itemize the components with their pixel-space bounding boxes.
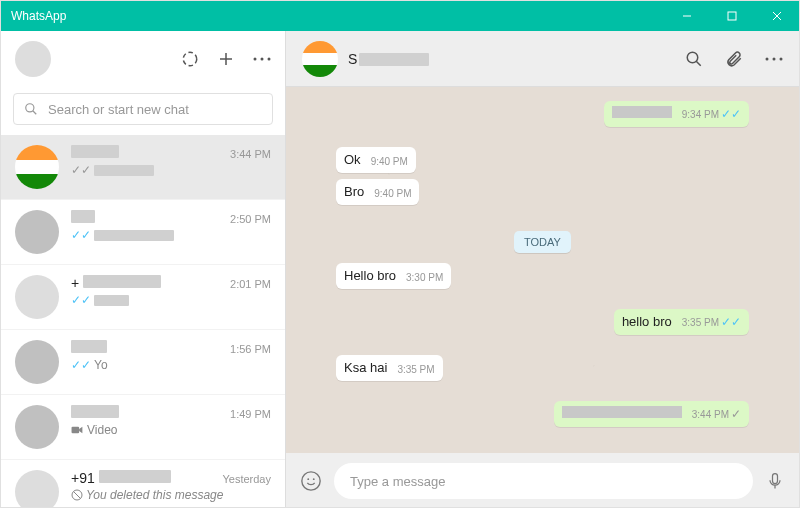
svg-point-10 <box>26 104 34 112</box>
message-text <box>612 106 672 121</box>
message-text <box>562 406 682 421</box>
outgoing-message[interactable]: 3:44 PM✓ <box>554 401 749 427</box>
svg-point-22 <box>313 478 315 480</box>
svg-point-19 <box>780 57 783 60</box>
search-placeholder: Search or start new chat <box>48 102 189 117</box>
chat-avatar <box>15 210 59 254</box>
composer: Type a message <box>286 453 799 508</box>
message-time: 3:35 PM <box>397 364 434 375</box>
svg-point-8 <box>261 58 264 61</box>
svg-rect-1 <box>728 12 736 20</box>
svg-line-14 <box>74 492 81 499</box>
emoji-icon[interactable] <box>300 470 322 492</box>
read-tick-icon: ✓✓ <box>71 163 91 177</box>
status-icon[interactable] <box>181 50 199 68</box>
contact-avatar[interactable] <box>302 41 338 77</box>
menu-icon[interactable] <box>253 57 271 61</box>
chat-preview: ✓✓ <box>71 163 271 177</box>
chat-preview: Video <box>71 423 271 437</box>
incoming-message[interactable]: Ksa hai3:35 PM <box>336 355 443 381</box>
message-text: Ksa hai <box>344 360 387 375</box>
svg-rect-12 <box>72 427 80 434</box>
chat-preview: ✓✓ <box>71 293 271 307</box>
message-time: 3:30 PM <box>406 272 443 283</box>
chat-time: 3:44 PM <box>230 148 271 160</box>
chat-time: 1:49 PM <box>230 408 271 420</box>
outgoing-message[interactable]: 9:34 PM✓✓ <box>604 101 749 127</box>
message-tick-icon: ✓ <box>731 407 741 421</box>
chat-preview: You deleted this message <box>71 488 271 502</box>
svg-line-16 <box>696 61 701 66</box>
incoming-message[interactable]: Bro9:40 PM <box>336 179 419 205</box>
svg-point-18 <box>773 57 776 60</box>
message-time: 3:35 PM✓✓ <box>682 315 741 329</box>
svg-point-4 <box>183 52 197 66</box>
message-time: 9:40 PM <box>371 156 408 167</box>
message-text: Hello bro <box>344 268 396 283</box>
message-list: 1/31/2019Hello9:33 PMBro9:33 PM9:34 PM✓✓… <box>286 87 799 453</box>
close-button[interactable] <box>754 1 799 31</box>
chat-item[interactable]: 1:56 PM✓✓Yo <box>1 330 285 395</box>
chat-name <box>71 405 119 421</box>
search-icon <box>24 102 38 116</box>
svg-point-9 <box>268 58 271 61</box>
message-input[interactable]: Type a message <box>334 463 753 499</box>
chat-name: +91 <box>71 470 171 486</box>
message-text: Ok <box>344 152 361 167</box>
chat-name <box>71 210 95 226</box>
chat-item[interactable]: 3:44 PM✓✓ <box>1 135 285 200</box>
mic-icon[interactable] <box>765 471 785 491</box>
sidebar: Search or start new chat 3:44 PM✓✓2:50 P… <box>1 31 286 508</box>
chat-name: + <box>71 275 161 291</box>
titlebar: WhatsApp <box>1 1 799 31</box>
read-tick-icon: ✓✓ <box>71 358 91 372</box>
chat-item[interactable]: 1:49 PMVideo <box>1 395 285 460</box>
svg-point-17 <box>766 57 769 60</box>
chat-item[interactable]: +91 YesterdayYou deleted this message <box>1 460 285 508</box>
svg-line-11 <box>33 111 37 115</box>
chat-name <box>71 340 107 356</box>
my-avatar[interactable] <box>15 41 51 77</box>
maximize-button[interactable] <box>709 1 754 31</box>
svg-point-21 <box>307 478 309 480</box>
search-input[interactable]: Search or start new chat <box>13 93 273 125</box>
incoming-message[interactable]: Ok9:40 PM <box>336 147 416 173</box>
chat-preview: ✓✓Yo <box>71 358 271 372</box>
date-divider: TODAY <box>514 231 571 253</box>
chat-name <box>71 145 119 161</box>
message-tick-icon: ✓✓ <box>721 315 741 329</box>
message-time: 9:40 PM <box>374 188 411 199</box>
chat-menu-icon[interactable] <box>765 57 783 61</box>
chat-avatar <box>15 470 59 508</box>
message-text: Bro <box>344 184 364 199</box>
chat-preview: ✓✓ <box>71 228 271 242</box>
conversation-header: S <box>286 31 799 87</box>
chat-item[interactable]: 2:50 PM✓✓ <box>1 200 285 265</box>
app-title: WhatsApp <box>11 9 66 23</box>
chat-avatar <box>15 275 59 319</box>
chat-time: Yesterday <box>222 473 271 485</box>
read-tick-icon: ✓✓ <box>71 228 91 242</box>
window-controls <box>664 1 799 31</box>
message-text: hello bro <box>622 314 672 329</box>
read-tick-icon: ✓✓ <box>71 293 91 307</box>
chat-time: 2:50 PM <box>230 213 271 225</box>
chat-time: 2:01 PM <box>230 278 271 290</box>
chat-avatar <box>15 340 59 384</box>
incoming-message[interactable]: Hello bro3:30 PM <box>336 263 451 289</box>
message-tick-icon: ✓✓ <box>721 107 741 121</box>
svg-rect-23 <box>773 474 778 484</box>
video-icon <box>71 425 84 435</box>
new-chat-icon[interactable] <box>217 50 235 68</box>
attach-icon[interactable] <box>725 50 743 68</box>
minimize-button[interactable] <box>664 1 709 31</box>
search-in-chat-icon[interactable] <box>685 50 703 68</box>
blocked-icon <box>71 489 83 501</box>
chat-avatar <box>15 145 59 189</box>
message-time: 9:34 PM✓✓ <box>682 107 741 121</box>
svg-point-20 <box>302 472 320 490</box>
svg-point-15 <box>687 52 698 63</box>
conversation-pane: S 1/31/2019Hello9:33 PMBro9:33 PM9:34 PM… <box>286 31 799 508</box>
chat-item[interactable]: + 2:01 PM✓✓ <box>1 265 285 330</box>
outgoing-message[interactable]: hello bro3:35 PM✓✓ <box>614 309 749 335</box>
